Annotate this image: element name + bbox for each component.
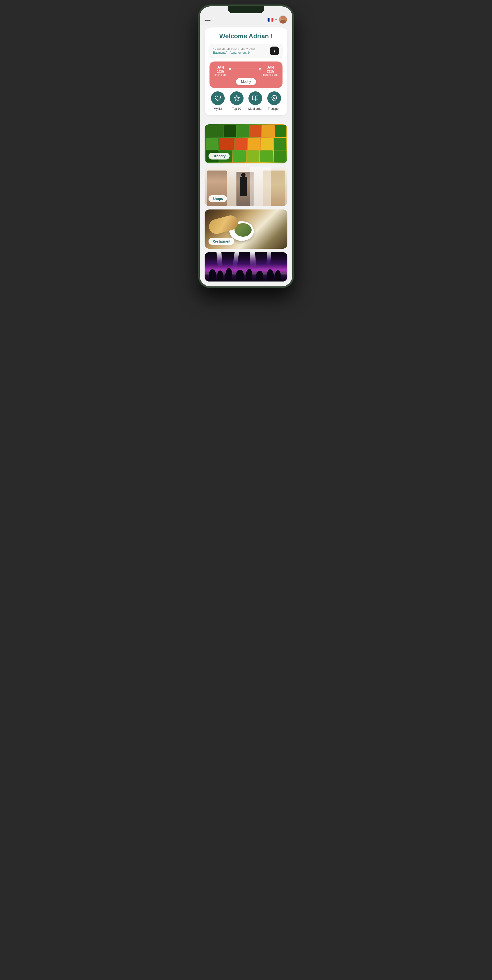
concert-bg xyxy=(205,252,287,282)
category-section: Grocery xyxy=(200,124,292,286)
transport-icon xyxy=(267,91,281,105)
meal-order-label: Meal order xyxy=(248,107,263,110)
flag-red xyxy=(271,18,274,22)
action-meal-order[interactable]: Meal order xyxy=(247,91,264,110)
menu-line-1 xyxy=(205,19,210,19)
start-date: JAN 12th after 2 pm xyxy=(214,65,227,76)
end-dot xyxy=(259,68,261,70)
volume-down-button[interactable] xyxy=(198,62,199,74)
svg-marker-0 xyxy=(234,95,239,101)
modify-button[interactable]: Modify xyxy=(236,78,256,85)
hamburger-menu[interactable] xyxy=(205,19,210,21)
meal-order-icon xyxy=(248,91,262,105)
quick-actions: My list Top 10 Meal order xyxy=(210,91,282,110)
address-line1: 12 rue de Maestro • 04932 Paris xyxy=(213,48,270,51)
date-separator xyxy=(227,65,263,70)
action-my-list[interactable]: My list xyxy=(210,91,226,110)
end-time: before 2 pm xyxy=(263,73,278,76)
welcome-card: Welcome Adrian ! 12 rue de Maestro • 049… xyxy=(205,27,287,115)
status-right: ▾ xyxy=(267,15,287,24)
flag-chevron-icon[interactable]: ▾ xyxy=(275,18,277,21)
start-dot xyxy=(229,68,231,70)
date-range: JAN 12th after 2 pm JAN 22th befo xyxy=(210,62,282,88)
top10-label: Top 10 xyxy=(232,107,241,110)
end-month: JAN xyxy=(263,65,278,69)
shops-label: Shops xyxy=(209,195,227,202)
transport-label: Transport xyxy=(268,107,280,110)
direction-icon: ⬧ xyxy=(273,49,276,54)
restaurant-card[interactable]: Restaurant xyxy=(205,210,287,249)
screen: ▾ Welcome Adrian ! 12 rue de Maestro • 0… xyxy=(200,6,292,286)
address-bar[interactable]: 12 rue de Maestro • 04932 Paris Bâtiment… xyxy=(210,44,282,58)
volume-up-button[interactable] xyxy=(198,47,199,59)
grocery-label: Grocery xyxy=(209,153,229,159)
timeline-line xyxy=(232,68,258,69)
flag-blue xyxy=(267,18,269,22)
my-list-icon xyxy=(211,91,225,105)
events-card[interactable] xyxy=(205,252,287,282)
action-transport[interactable]: Transport xyxy=(266,91,283,110)
top10-icon xyxy=(230,91,244,105)
flag-white xyxy=(269,18,271,22)
start-day: 12th xyxy=(214,69,227,73)
avatar[interactable] xyxy=(279,15,287,24)
mute-button[interactable] xyxy=(198,36,199,43)
svg-point-1 xyxy=(274,97,275,99)
language-flag[interactable] xyxy=(267,18,274,22)
my-list-label: My list xyxy=(214,107,222,110)
restaurant-label: Restaurant xyxy=(209,238,234,245)
start-month: JAN xyxy=(214,65,227,69)
grocery-card[interactable]: Grocery xyxy=(205,124,287,164)
menu-line-2 xyxy=(205,20,210,21)
action-top10[interactable]: Top 10 xyxy=(228,91,245,110)
power-button[interactable] xyxy=(293,49,294,67)
main-content: Welcome Adrian ! 12 rue de Maestro • 049… xyxy=(200,25,292,124)
shops-card[interactable]: Shops xyxy=(205,167,287,206)
end-day: 22th xyxy=(263,69,278,73)
notch xyxy=(228,6,264,13)
navigation-icon[interactable]: ⬧ xyxy=(270,46,279,56)
address-text: 12 rue de Maestro • 04932 Paris Bâtiment… xyxy=(213,48,270,54)
end-date: JAN 22th before 2 pm xyxy=(263,65,278,76)
date-range-inner: JAN 12th after 2 pm JAN 22th befo xyxy=(214,65,278,76)
start-time: after 2 pm xyxy=(214,73,227,76)
phone-frame: ▾ Welcome Adrian ! 12 rue de Maestro • 0… xyxy=(198,5,294,288)
welcome-title: Welcome Adrian ! xyxy=(210,32,282,40)
address-line2: Bâtiment A - Appartement 34 xyxy=(213,51,270,54)
